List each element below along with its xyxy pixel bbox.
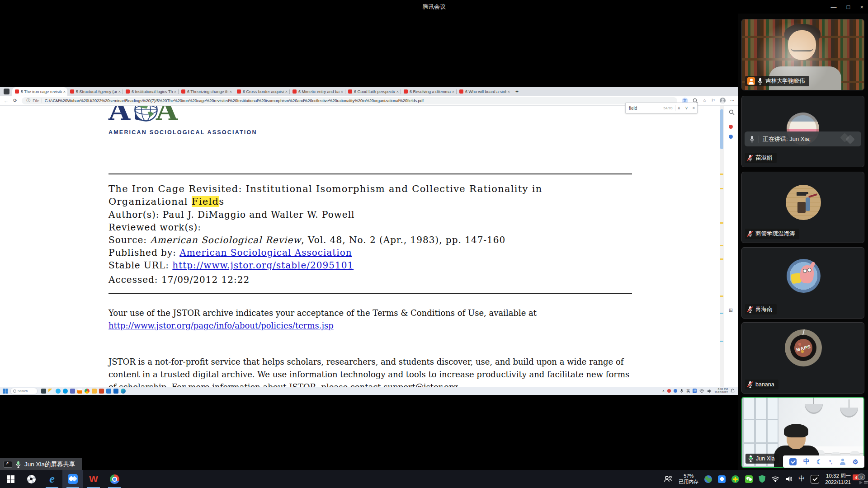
ime-pinyin-icon[interactable]: 拼 [693,389,697,393]
page-info-icon[interactable]: ⓘ [26,98,30,103]
participant-tile-3[interactable]: 商管学院温海涛 [741,172,864,243]
new-tab-button[interactable]: + [515,89,519,95]
tab-close-icon[interactable]: × [63,89,66,94]
tab-sinking-ship[interactable]: 6 Who will board a sinking ship ... × [457,87,512,96]
grid-icon[interactable]: ⊞ [729,307,733,313]
more-menu-icon[interactable]: ⋯ [730,98,735,103]
profile-avatar[interactable] [720,98,726,103]
tab-close-icon[interactable]: × [230,89,232,94]
tab-close-icon[interactable]: × [396,89,399,94]
back-icon[interactable]: ← [4,98,9,103]
hidden-icons-chevron[interactable]: ∧ [662,389,665,393]
maximize-icon[interactable]: □ [847,4,850,10]
tab-resolving-dilemma[interactable]: 6 Resolving a dilemma of signal... × [401,87,456,96]
minimize-icon[interactable]: — [831,4,837,10]
globe-tray-icon[interactable] [704,475,712,483]
participant-tile-2[interactable]: 正在讲话: Jun Xia; 苗淑娟 [741,96,864,167]
screen-share-label: Jun Xia的屏幕共享 [0,458,82,470]
shared-clock[interactable]: 8:32 PM 11/20/2022 [714,388,728,394]
sogou-tray-icon[interactable] [811,475,819,483]
collections-icon[interactable]: ⚐ [711,98,715,103]
start-button[interactable] [0,470,21,488]
find-input[interactable]: field [626,106,664,111]
security-shield-icon[interactable] [759,475,765,483]
url-field[interactable]: ⓘ File G:/ACM%20Wuhan%20U/2022%20seminar… [22,97,677,104]
tab-close-icon[interactable]: × [174,89,176,94]
pdf-favicon [15,89,19,94]
shared-start-icon[interactable] [3,389,8,394]
shared-search-box[interactable]: Search [10,388,38,394]
participant-video-1[interactable]: 吉林大学鞠晓伟 [741,19,864,90]
tab-cross-border[interactable]: 6 Cross-border acquisitions by s... × [234,87,289,96]
wifi-tray-icon[interactable] [699,389,704,393]
wifi-icon[interactable] [771,476,779,482]
browser-app-icon[interactable] [85,389,90,394]
outlook-icon[interactable] [113,389,118,394]
pdf-scrollbar[interactable] [720,106,724,387]
moon-icon[interactable]: ☾ [816,458,822,465]
extension-blue-icon[interactable] [729,135,733,139]
file-explorer-icon[interactable] [92,389,97,394]
terms-link[interactable]: http://www.jstor.org/page/info/about/pol… [108,321,334,330]
ime-status-icon[interactable] [789,458,797,465]
tab-theorizing-change[interactable]: 6 Theorizing change the role of ... × [179,87,234,96]
stable-url-link[interactable]: http://www.jstor.org/stable/2095101 [172,260,354,271]
mic-tray-icon[interactable] [680,389,684,394]
search-sidebar-icon[interactable] [729,109,735,115]
participant-tile-5[interactable]: MAPS banana [741,322,864,394]
memory-usage[interactable]: 57% 已用内存 [679,473,698,485]
find-prev-icon[interactable]: ∧ [675,106,683,110]
reload-icon[interactable]: ⟳ [13,98,17,103]
publisher-link[interactable]: American Sociological Association [179,247,352,258]
wechat-tray-icon[interactable] [745,475,753,483]
internet-explorer-icon[interactable]: e [42,470,62,488]
find-next-icon[interactable]: ∨ [683,106,690,110]
powerpoint-icon[interactable] [99,389,104,394]
chrome-icon[interactable] [104,470,125,488]
antivirus-tray-icon[interactable] [731,475,739,483]
tab-institutional-logics[interactable]: 6 Institutional logics Thornton p... × [123,87,178,96]
tab-iron-cage[interactable]: 5 The iron cage revisited Institut... × [12,87,67,96]
ime-cn-icon[interactable]: 中 [803,458,810,466]
tab-good-faith[interactable]: 6 Good faith perspective.pdf × [345,87,401,96]
weather-icon[interactable] [48,389,53,394]
tasks-icon[interactable] [77,389,82,394]
tab-close-icon[interactable]: × [118,89,121,94]
find-close-icon[interactable]: × [690,106,697,110]
punctuation-icon[interactable]: °, [829,459,832,465]
wps-office-icon[interactable]: W [83,470,104,488]
chat-app-icon[interactable] [56,389,61,394]
phone-link-icon[interactable] [41,389,46,394]
tray-blue-icon[interactable] [674,389,677,393]
tencent-meeting-app[interactable] [62,470,83,488]
ime-settings-icon[interactable]: ⚙ [853,458,859,465]
taskbar-clock[interactable]: 10:32 周一 2022/11/21 [825,473,851,485]
ime-profile-icon[interactable] [840,459,846,465]
notification-bell-icon[interactable] [731,389,735,393]
tab-mimetic-entry[interactable]: 6 Mimetic entry and bandwagon... × [290,87,345,96]
contacts-icon[interactable] [664,475,673,483]
scrollbar-thumb[interactable] [720,109,723,149]
close-icon[interactable]: × [860,4,863,10]
tab-structural-agency[interactable]: 5 Structural Agency (and other... × [67,87,123,96]
word-icon[interactable] [106,389,111,394]
skype-icon[interactable] [63,389,68,394]
participant-tile-4[interactable]: 芮海南 [741,247,864,319]
teams-icon[interactable] [70,389,75,394]
edge-icon[interactable] [121,389,126,394]
volume-tray-icon[interactable] [707,389,712,393]
favorites-icon[interactable]: ☆ [703,98,707,103]
volume-icon[interactable] [785,476,793,482]
tab-close-icon[interactable]: × [285,89,288,94]
browser-window-icon[interactable] [4,89,9,94]
shared-screen-taskbar: Search ∧ 英 拼 8:32 PM 11/20/2022 [0,387,738,395]
ime-indicator[interactable]: 中 [798,475,805,483]
tab-close-icon[interactable]: × [341,89,343,94]
tab-close-icon[interactable]: × [508,89,510,94]
tray-red-icon[interactable] [667,389,671,393]
ime-en-icon[interactable]: 英 [686,389,690,394]
meeting-tray-icon[interactable] [718,475,726,483]
extension-red-icon[interactable] [729,125,733,129]
tab-close-icon[interactable]: × [452,89,454,94]
pinwheel-app-icon[interactable] [21,470,42,488]
